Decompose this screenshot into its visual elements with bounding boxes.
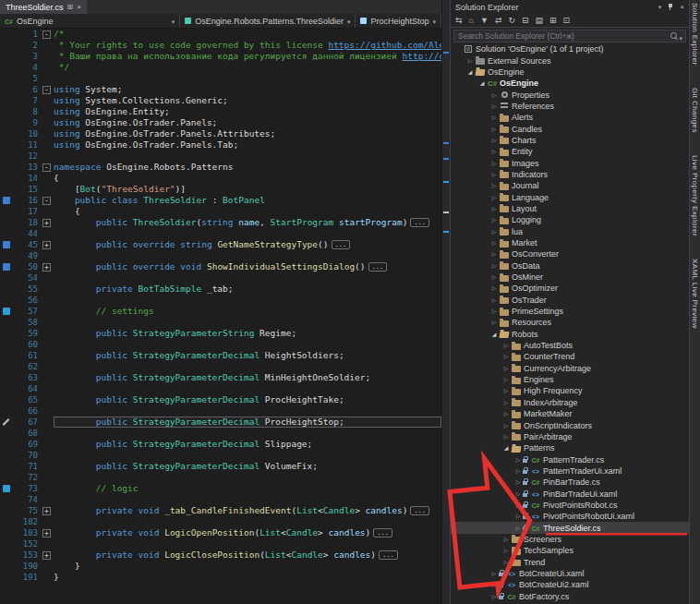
fold-gutter[interactable]: - <box>40 30 54 39</box>
expander-collapsed-icon[interactable] <box>501 386 511 395</box>
code-line[interactable]: 63 public StrategyParameterDecimal MinHe… <box>0 372 441 383</box>
expander-collapsed-icon[interactable] <box>489 592 499 601</box>
expander-collapsed-icon[interactable] <box>489 125 499 134</box>
tree-item[interactable]: OsData <box>451 260 689 272</box>
fold-gutter[interactable]: + <box>40 219 54 227</box>
tree-item[interactable]: PivotPointsRobot.cs <box>451 500 689 511</box>
tree-item[interactable]: Resources <box>451 317 689 328</box>
promote-tab-icon[interactable] <box>67 4 74 11</box>
expander-collapsed-icon[interactable] <box>513 512 523 521</box>
expander-collapsed-icon[interactable] <box>489 284 499 293</box>
code-line[interactable]: 75+ private void _tab_CandleFinishedEven… <box>0 505 441 516</box>
tree-item[interactable]: PrimeSettings <box>451 306 689 317</box>
tree-item[interactable]: References <box>451 101 689 112</box>
collapsed-region-box[interactable]: ... <box>410 218 429 227</box>
fold-collapse-icon[interactable]: - <box>42 30 51 39</box>
code-line[interactable]: 74 <box>0 494 441 505</box>
tree-item[interactable]: OnScriptIndicators <box>451 419 689 430</box>
code-line[interactable]: 13-namespace OsEngine.Robots.Patterns <box>0 162 441 173</box>
tree-item[interactable]: PatternTraderUi.xaml <box>451 465 689 477</box>
code-line[interactable]: 73 // logic <box>0 483 441 494</box>
tree-item[interactable]: CurrencyArbitrage <box>451 363 689 374</box>
side-tab-git-changes[interactable]: Git Changes <box>691 88 699 133</box>
tree-item[interactable]: BotCreateUi.xaml <box>451 568 689 579</box>
code-line[interactable]: 70 <box>0 450 441 461</box>
expander-expanded-icon[interactable] <box>501 443 511 453</box>
expander-collapsed-icon[interactable] <box>501 364 511 373</box>
code-line[interactable]: 191} <box>0 572 441 583</box>
expander-collapsed-icon[interactable] <box>489 91 499 100</box>
code-line[interactable]: 190 } <box>0 561 441 572</box>
expander-collapsed-icon[interactable] <box>489 249 499 259</box>
expander-collapsed-icon[interactable] <box>489 569 499 578</box>
collapse-all-icon[interactable]: ⊟ <box>522 17 529 25</box>
fold-expand-icon[interactable]: + <box>42 241 51 249</box>
sync-with-active-document-icon[interactable]: ⇄ <box>495 17 502 25</box>
code-line[interactable]: 64 <box>0 383 441 394</box>
tree-item[interactable]: External Sources <box>451 54 689 66</box>
tree-item[interactable]: Trend <box>451 556 689 567</box>
preview-selected-items-icon[interactable]: ⊡ <box>563 17 571 25</box>
tree-item[interactable]: OsOptimizer <box>451 283 689 294</box>
expander-collapsed-icon[interactable] <box>489 204 499 213</box>
switch-views-icon[interactable]: ⇆ <box>455 17 463 25</box>
code-line[interactable]: 18+ public ThreeSoldier(string name, Sta… <box>0 217 441 228</box>
expander-collapsed-icon[interactable] <box>501 375 511 384</box>
code-line[interactable]: 56 <box>0 295 441 306</box>
expander-expanded-icon[interactable] <box>477 79 487 88</box>
tree-item[interactable]: PivotPointsRobotUi.xaml <box>451 511 689 522</box>
tree-item[interactable]: TechSamples <box>451 545 689 556</box>
code-line[interactable]: 8using OsEngine.Entity; <box>0 106 441 117</box>
expander-collapsed-icon[interactable] <box>465 56 475 66</box>
code-line[interactable]: 102 <box>0 516 441 527</box>
tree-item[interactable]: AutoTestBots <box>451 340 689 351</box>
fold-collapse-icon[interactable]: - <box>42 163 51 172</box>
expander-collapsed-icon[interactable] <box>489 580 499 589</box>
expander-collapsed-icon[interactable] <box>489 102 499 111</box>
tree-item[interactable]: Market <box>451 237 689 248</box>
tree-item[interactable]: Indicators <box>451 169 689 180</box>
search-box[interactable] <box>453 30 686 42</box>
code-line[interactable]: 103+ private void LogicOpenPosition(List… <box>0 527 441 538</box>
collapsed-region-box[interactable]: ... <box>368 262 388 272</box>
expander-collapsed-icon[interactable] <box>489 318 499 327</box>
show-all-files-icon[interactable]: ▤ <box>536 17 544 25</box>
tree-item[interactable]: Logging <box>451 214 689 225</box>
code-line[interactable]: 66 <box>0 405 441 417</box>
code-line[interactable]: 4 */ <box>0 62 441 73</box>
tree-item[interactable]: Entity <box>451 146 689 157</box>
code-line[interactable]: 54 <box>0 272 441 284</box>
fold-gutter[interactable]: + <box>40 507 54 515</box>
code-line[interactable]: 6-using System; <box>0 84 441 95</box>
tree-item[interactable]: PinBarTrade.cs <box>451 477 689 488</box>
code-line[interactable]: 153+ private void LogicClosePosition(Lis… <box>0 550 441 561</box>
expander-collapsed-icon[interactable] <box>489 159 499 168</box>
code-line[interactable]: 67 public StrategyParameterDecimal ProcH… <box>0 417 441 428</box>
tree-item[interactable]: Language <box>451 191 689 202</box>
home-icon[interactable]: ⌂ <box>469 17 474 25</box>
collapsed-region-box[interactable]: ... <box>373 528 392 538</box>
code-line[interactable]: 17 { <box>0 206 441 217</box>
code-line[interactable]: 15 [Bot("ThreeSoldier")] <box>0 184 441 195</box>
fold-gutter[interactable]: + <box>40 263 54 272</box>
fold-collapse-icon[interactable]: - <box>42 197 51 205</box>
expander-collapsed-icon[interactable] <box>489 170 499 179</box>
expander-collapsed-icon[interactable] <box>501 546 511 555</box>
tree-item[interactable]: OsConverter <box>451 248 689 260</box>
side-tab-live-property-explorer[interactable]: Live Property Explorer <box>691 155 699 236</box>
code-line[interactable]: 61 public StrategyParameterDecimal Heigh… <box>0 350 441 361</box>
code-line[interactable]: 16- public class ThreeSoldier : BotPanel <box>0 195 441 206</box>
code-line[interactable]: 44 <box>0 228 441 239</box>
fold-gutter[interactable]: - <box>40 86 54 94</box>
tree-item[interactable]: Alerts <box>451 112 689 123</box>
fold-expand-icon[interactable]: + <box>42 529 51 538</box>
expander-collapsed-icon[interactable] <box>489 215 499 224</box>
code-line[interactable]: 12 <box>0 151 441 162</box>
side-tab-xaml-live-preview[interactable]: XAML Live Preview <box>691 259 699 329</box>
fold-expand-icon[interactable]: + <box>42 219 51 227</box>
tree-item[interactable]: PatternTrader.cs <box>451 453 689 465</box>
tree-item[interactable]: Patterns <box>451 442 689 453</box>
fold-gutter[interactable]: - <box>40 163 54 172</box>
code-line[interactable]: 3 * Ваши права на использование кода рег… <box>0 51 441 62</box>
tree-item[interactable]: OsMiner <box>451 272 689 283</box>
